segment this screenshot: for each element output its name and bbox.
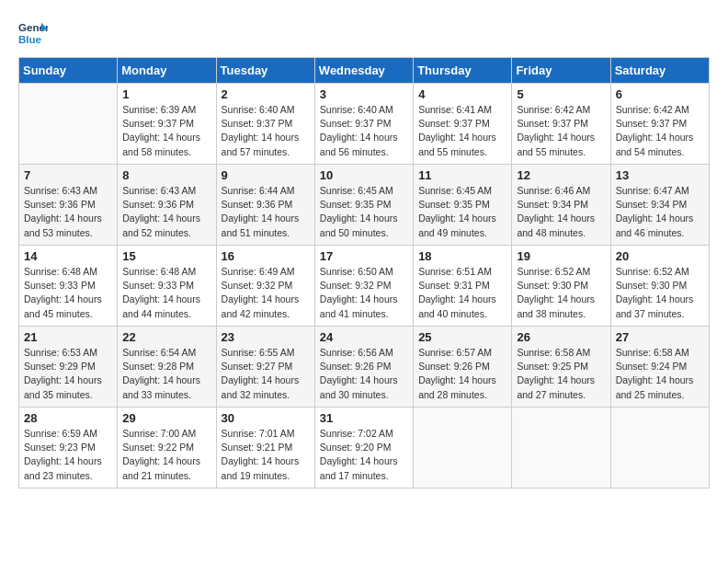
logo: General Blue [18, 18, 48, 48]
day-number: 27 [616, 330, 704, 344]
calendar-cell: 20Sunrise: 6:52 AMSunset: 9:30 PMDayligh… [610, 246, 709, 327]
day-info: Sunrise: 6:55 AMSunset: 9:27 PMDaylight:… [222, 346, 310, 402]
day-number: 9 [222, 168, 310, 182]
day-number: 4 [418, 87, 506, 101]
calendar-cell: 6Sunrise: 6:42 AMSunset: 9:37 PMDaylight… [610, 84, 709, 165]
day-number: 25 [418, 330, 506, 344]
logo-icon: General Blue [18, 18, 48, 48]
calendar-cell: 17Sunrise: 6:50 AMSunset: 9:32 PMDayligh… [314, 246, 413, 327]
calendar-cell: 19Sunrise: 6:52 AMSunset: 9:30 PMDayligh… [512, 246, 610, 327]
day-number: 11 [418, 168, 506, 182]
calendar-cell: 13Sunrise: 6:47 AMSunset: 9:34 PMDayligh… [610, 165, 709, 246]
day-info: Sunrise: 6:59 AMSunset: 9:23 PMDaylight:… [24, 427, 112, 483]
header-tuesday: Tuesday [216, 58, 314, 84]
calendar-cell: 25Sunrise: 6:57 AMSunset: 9:26 PMDayligh… [414, 327, 512, 408]
calendar-cell [512, 408, 610, 488]
calendar-cell: 27Sunrise: 6:58 AMSunset: 9:24 PMDayligh… [610, 327, 709, 408]
page-header: General Blue [18, 18, 710, 48]
calendar-cell: 16Sunrise: 6:49 AMSunset: 9:32 PMDayligh… [216, 246, 314, 327]
day-number: 24 [320, 330, 408, 344]
calendar-body: 1Sunrise: 6:39 AMSunset: 9:37 PMDaylight… [19, 84, 710, 488]
day-info: Sunrise: 6:40 AMSunset: 9:37 PMDaylight:… [320, 103, 408, 159]
day-number: 23 [222, 330, 310, 344]
day-info: Sunrise: 6:58 AMSunset: 9:25 PMDaylight:… [517, 346, 605, 402]
calendar-cell: 30Sunrise: 7:01 AMSunset: 9:21 PMDayligh… [216, 408, 314, 488]
day-number: 14 [24, 249, 112, 263]
header-monday: Monday [118, 58, 216, 84]
calendar-cell: 1Sunrise: 6:39 AMSunset: 9:37 PMDaylight… [118, 84, 216, 165]
calendar-cell: 24Sunrise: 6:56 AMSunset: 9:26 PMDayligh… [314, 327, 413, 408]
day-info: Sunrise: 6:49 AMSunset: 9:32 PMDaylight:… [222, 265, 310, 321]
day-number: 15 [122, 249, 210, 263]
calendar-cell: 4Sunrise: 6:41 AMSunset: 9:37 PMDaylight… [414, 84, 512, 165]
day-info: Sunrise: 6:57 AMSunset: 9:26 PMDaylight:… [418, 346, 506, 402]
day-number: 30 [222, 411, 310, 425]
day-number: 1 [122, 87, 210, 101]
day-number: 10 [320, 168, 408, 182]
day-info: Sunrise: 6:39 AMSunset: 9:37 PMDaylight:… [122, 103, 210, 159]
calendar-cell: 2Sunrise: 6:40 AMSunset: 9:37 PMDaylight… [216, 84, 314, 165]
day-info: Sunrise: 6:51 AMSunset: 9:31 PMDaylight:… [418, 265, 506, 321]
svg-text:Blue: Blue [18, 34, 42, 45]
calendar-cell: 18Sunrise: 6:51 AMSunset: 9:31 PMDayligh… [414, 246, 512, 327]
calendar-cell: 8Sunrise: 6:43 AMSunset: 9:36 PMDaylight… [118, 165, 216, 246]
calendar-cell: 28Sunrise: 6:59 AMSunset: 9:23 PMDayligh… [19, 408, 118, 488]
day-info: Sunrise: 6:46 AMSunset: 9:34 PMDaylight:… [517, 184, 605, 240]
day-number: 16 [222, 249, 310, 263]
day-number: 13 [616, 168, 704, 182]
calendar-cell: 7Sunrise: 6:43 AMSunset: 9:36 PMDaylight… [19, 165, 118, 246]
day-number: 20 [616, 249, 704, 263]
calendar-cell: 23Sunrise: 6:55 AMSunset: 9:27 PMDayligh… [216, 327, 314, 408]
calendar-cell: 26Sunrise: 6:58 AMSunset: 9:25 PMDayligh… [512, 327, 610, 408]
calendar-cell: 29Sunrise: 7:00 AMSunset: 9:22 PMDayligh… [118, 408, 216, 488]
day-info: Sunrise: 6:52 AMSunset: 9:30 PMDaylight:… [616, 265, 704, 321]
day-info: Sunrise: 6:45 AMSunset: 9:35 PMDaylight:… [418, 184, 506, 240]
day-info: Sunrise: 6:41 AMSunset: 9:37 PMDaylight:… [418, 103, 506, 159]
calendar-cell [610, 408, 709, 488]
day-info: Sunrise: 7:02 AMSunset: 9:20 PMDaylight:… [320, 427, 408, 483]
calendar-cell: 5Sunrise: 6:42 AMSunset: 9:37 PMDaylight… [512, 84, 610, 165]
calendar-cell: 14Sunrise: 6:48 AMSunset: 9:33 PMDayligh… [19, 246, 118, 327]
calendar-cell: 11Sunrise: 6:45 AMSunset: 9:35 PMDayligh… [414, 165, 512, 246]
day-info: Sunrise: 6:40 AMSunset: 9:37 PMDaylight:… [222, 103, 310, 159]
day-info: Sunrise: 6:44 AMSunset: 9:36 PMDaylight:… [222, 184, 310, 240]
day-number: 18 [418, 249, 506, 263]
day-number: 8 [122, 168, 210, 182]
day-info: Sunrise: 6:52 AMSunset: 9:30 PMDaylight:… [517, 265, 605, 321]
calendar-cell: 12Sunrise: 6:46 AMSunset: 9:34 PMDayligh… [512, 165, 610, 246]
calendar-cell: 10Sunrise: 6:45 AMSunset: 9:35 PMDayligh… [314, 165, 413, 246]
calendar-cell: 3Sunrise: 6:40 AMSunset: 9:37 PMDaylight… [314, 84, 413, 165]
day-number: 2 [222, 87, 310, 101]
day-info: Sunrise: 6:53 AMSunset: 9:29 PMDaylight:… [24, 346, 112, 402]
header-thursday: Thursday [414, 58, 512, 84]
calendar-cell: 9Sunrise: 6:44 AMSunset: 9:36 PMDaylight… [216, 165, 314, 246]
day-info: Sunrise: 6:58 AMSunset: 9:24 PMDaylight:… [616, 346, 704, 402]
calendar-cell [414, 408, 512, 488]
day-info: Sunrise: 6:42 AMSunset: 9:37 PMDaylight:… [616, 103, 704, 159]
day-number: 6 [616, 87, 704, 101]
day-number: 21 [24, 330, 112, 344]
day-info: Sunrise: 7:00 AMSunset: 9:22 PMDaylight:… [122, 427, 210, 483]
header-friday: Friday [512, 58, 610, 84]
calendar-header-row: SundayMondayTuesdayWednesdayThursdayFrid… [19, 58, 710, 84]
calendar-cell [19, 84, 118, 165]
day-info: Sunrise: 6:43 AMSunset: 9:36 PMDaylight:… [24, 184, 112, 240]
day-number: 28 [24, 411, 112, 425]
day-number: 17 [320, 249, 408, 263]
day-info: Sunrise: 6:48 AMSunset: 9:33 PMDaylight:… [24, 265, 112, 321]
calendar-cell: 21Sunrise: 6:53 AMSunset: 9:29 PMDayligh… [19, 327, 118, 408]
day-info: Sunrise: 6:54 AMSunset: 9:28 PMDaylight:… [122, 346, 210, 402]
calendar-cell: 22Sunrise: 6:54 AMSunset: 9:28 PMDayligh… [118, 327, 216, 408]
calendar-cell: 15Sunrise: 6:48 AMSunset: 9:33 PMDayligh… [118, 246, 216, 327]
header-saturday: Saturday [610, 58, 709, 84]
day-number: 19 [517, 249, 605, 263]
day-number: 7 [24, 168, 112, 182]
day-info: Sunrise: 6:47 AMSunset: 9:34 PMDaylight:… [616, 184, 704, 240]
day-number: 26 [517, 330, 605, 344]
day-info: Sunrise: 6:56 AMSunset: 9:26 PMDaylight:… [320, 346, 408, 402]
day-number: 22 [122, 330, 210, 344]
header-sunday: Sunday [19, 58, 118, 84]
day-number: 5 [517, 87, 605, 101]
day-info: Sunrise: 6:42 AMSunset: 9:37 PMDaylight:… [517, 103, 605, 159]
calendar-cell: 31Sunrise: 7:02 AMSunset: 9:20 PMDayligh… [314, 408, 413, 488]
